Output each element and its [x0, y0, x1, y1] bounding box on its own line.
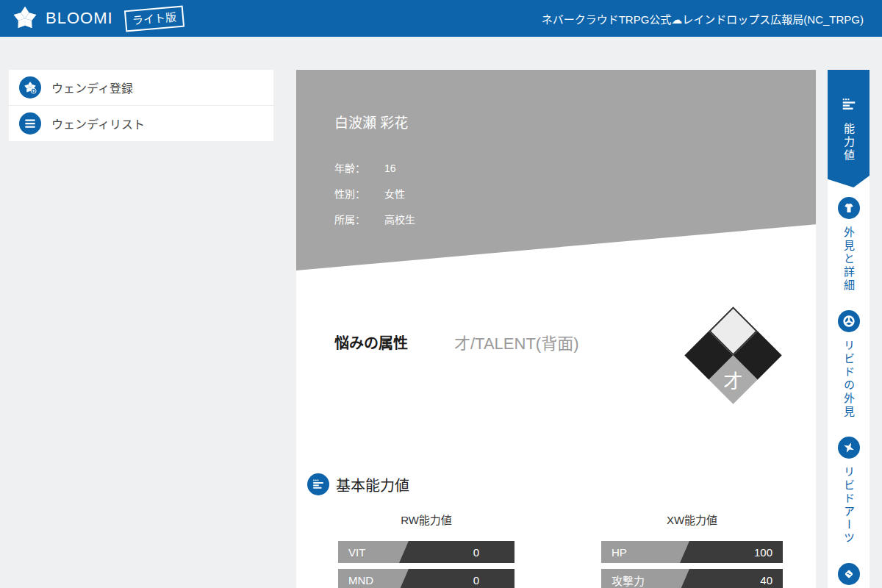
attribute-diamond-graphic: 才 [684, 306, 782, 404]
character-fields: 年齢： 16 性別： 女性 所属： 高校生 [334, 161, 415, 238]
stat-value: 0 [473, 574, 514, 587]
worry-attribute-label: 悩みの属性 [334, 331, 408, 353]
stat-row-mnd: MND 0 [338, 569, 514, 588]
xw-stats-column: XW能力値 HP 100 攻撃力 40 [601, 512, 783, 588]
field-label: 性別： [334, 187, 384, 201]
stat-label: HP [601, 541, 689, 563]
stat-label: 攻撃力 [601, 569, 689, 588]
tab-label: 外見と詳細 [841, 226, 856, 293]
sidebar-item-wendy-list[interactable]: ウェンディリスト [9, 106, 273, 141]
character-name: 白波瀬 彩花 [334, 112, 408, 132]
section-tabstrip: 能力値 外見と詳細 リビドの外見 リビドアーツ [828, 70, 870, 588]
list-icon [19, 112, 41, 135]
stats-columns: RW能力値 VIT 0 MND 0 XW能力値 HP 100 攻撃力 40 [338, 512, 783, 588]
character-hero-banner: 白波瀬 彩花 年齢： 16 性別： 女性 所属： 高校生 [296, 70, 816, 270]
stat-row-hp: HP 100 [601, 541, 783, 563]
sidebar-item-wendy-register[interactable]: ウェンディ登録 [9, 70, 273, 106]
stat-value: 100 [754, 546, 783, 559]
sidebar-item-label: ウェンディリスト [51, 115, 145, 132]
field-label: 年齢： [334, 161, 384, 176]
stats-icon [841, 96, 857, 112]
column-title: RW能力値 [338, 512, 514, 527]
shirt-icon [838, 197, 860, 219]
edition-badge: ライト版 [123, 5, 184, 32]
rw-stats-column: RW能力値 VIT 0 MND 0 [338, 512, 514, 588]
flower-logo-icon [12, 5, 38, 32]
field-label: 所属： [334, 212, 384, 227]
field-value: 女性 [384, 187, 405, 201]
tab-label: リビドの外見 [841, 340, 856, 419]
brand-title: BLOOMI [46, 9, 113, 28]
stat-row-vit: VIT 0 [338, 541, 514, 563]
tab-stats[interactable]: 能力値 [828, 70, 870, 187]
stat-row-attack: 攻撃力 40 [601, 569, 783, 588]
stat-value: 0 [473, 546, 514, 559]
tab-label: 能力値 [841, 123, 856, 162]
character-sheet-panel: 白波瀬 彩花 年齢： 16 性別： 女性 所属： 高校生 悩みの属性 才/TAL… [296, 70, 816, 588]
field-value: 16 [384, 161, 396, 176]
stat-label: VIT [338, 541, 409, 563]
worry-attribute-value: 才/TALENT(背面) [454, 330, 578, 354]
tab-flavor[interactable]: フレ [828, 563, 870, 588]
sidebar-item-label: ウェンディ登録 [51, 79, 133, 96]
tab-appearance-details[interactable]: 外見と詳細 [828, 197, 870, 293]
stat-label: MND [338, 569, 409, 588]
basic-stats-header: 基本能力値 [307, 473, 409, 495]
tab-label: リビドアーツ [841, 466, 856, 545]
column-title: XW能力値 [601, 512, 783, 527]
gem-icon [838, 563, 860, 585]
tab-libido-appearance[interactable]: リビドの外見 [828, 310, 870, 419]
sidebar: ウェンディ登録 ウェンディリスト [9, 70, 273, 141]
steering-wheel-icon [838, 310, 860, 332]
stat-value: 40 [760, 574, 783, 587]
account-name: ネバークラウドTRPG公式☁レインドロップス広報局(NC_TRPG) [542, 11, 864, 26]
stats-icon [307, 473, 329, 495]
diamond-kanji: 才 [723, 365, 742, 392]
tab-libido-arts[interactable]: リビドアーツ [828, 437, 870, 545]
app-header: BLOOMI ライト版 ネバークラウドTRPG公式☁レインドロップス広報局(NC… [0, 0, 882, 37]
field-gender: 性別： 女性 [334, 187, 415, 201]
field-age: 年齢： 16 [334, 161, 415, 176]
field-affiliation: 所属： 高校生 [334, 212, 415, 227]
flower-plus-icon [19, 76, 41, 98]
basic-stats-title: 基本能力値 [336, 474, 409, 495]
field-value: 高校生 [384, 212, 415, 227]
four-point-star-icon [838, 437, 860, 459]
